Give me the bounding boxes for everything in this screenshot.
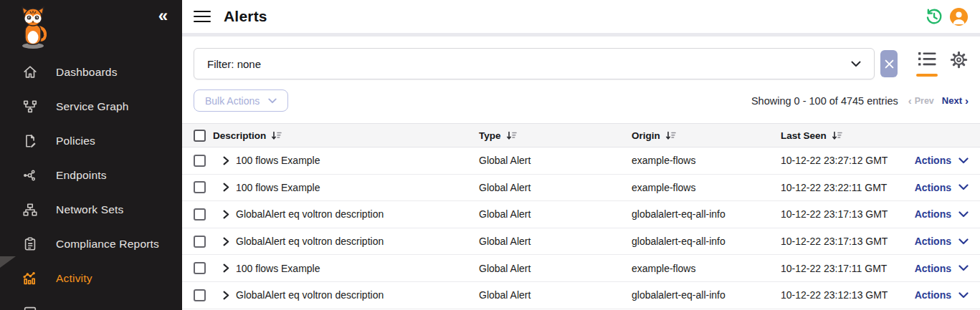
row-actions-button[interactable]: Actions (915, 289, 969, 301)
filter-select[interactable]: Filter: none (194, 48, 875, 79)
column-header-description[interactable]: Description (213, 130, 479, 141)
sidebar-collapse-icon[interactable]: « (158, 7, 168, 24)
row-expand-icon[interactable] (222, 237, 230, 246)
top-bar-actions (924, 7, 969, 26)
row-checkbox[interactable] (194, 208, 206, 221)
app-window: « Dashboards Service Grap (0, 0, 980, 310)
sidebar-item-partial[interactable] (0, 296, 182, 310)
table-header-row: Description Type Origin (182, 123, 980, 147)
compliance-reports-icon (22, 236, 39, 253)
cell-description: 100 flows Example (236, 182, 320, 193)
cell-description: 100 flows Example (236, 263, 320, 274)
column-header-type[interactable]: Type (479, 130, 632, 141)
page-title: Alerts (224, 8, 267, 25)
row-checkbox[interactable] (194, 289, 206, 301)
history-icon[interactable] (924, 7, 943, 26)
table-row: GlobalAlert eq voltron description Globa… (182, 201, 980, 228)
sidebar-item-activity[interactable]: Activity (0, 261, 182, 296)
table-row: 100 flows Example Global Alert example-f… (182, 147, 980, 175)
table-toolbar: Bulk Actions Showing 0 - 100 of 4745 ent… (182, 79, 980, 123)
row-actions-button[interactable]: Actions (915, 155, 969, 166)
actions-label: Actions (915, 236, 951, 247)
cell-last-seen: 10-12-22 23:12:13 GMT (781, 289, 911, 301)
next-page-button[interactable]: Next › (942, 95, 969, 106)
next-label: Next (942, 95, 962, 106)
sidebar: « Dashboards Service Grap (0, 0, 182, 310)
cell-origin: globalalert-eq-all-info (632, 289, 781, 301)
sidebar-item-compliance-reports[interactable]: Compliance Reports (0, 227, 182, 261)
pagination: Showing 0 - 100 of 4745 entries ‹ Prev N… (751, 95, 969, 107)
sidebar-item-label: Service Graph (56, 100, 129, 113)
cell-description: GlobalAlert eq voltron description (236, 289, 384, 301)
list-view-toggle[interactable] (916, 51, 938, 77)
row-expand-icon[interactable] (222, 291, 230, 300)
actions-label: Actions (915, 289, 951, 301)
top-bar: Alerts (182, 0, 980, 33)
cell-last-seen: 10-12-22 23:27:12 GMT (781, 155, 911, 166)
row-actions-button[interactable]: Actions (915, 208, 969, 220)
list-icon (918, 51, 937, 67)
sidebar-item-policies[interactable]: Policies (0, 124, 182, 158)
main-content: Alerts (182, 0, 980, 310)
sidebar-item-network-sets[interactable]: Network Sets (0, 193, 182, 227)
column-header-last-seen[interactable]: Last Seen (781, 130, 911, 141)
prev-page-button[interactable]: ‹ Prev (908, 95, 934, 106)
activity-icon (22, 270, 39, 287)
cell-type: Global Alert (479, 236, 632, 247)
row-checkbox[interactable] (194, 181, 206, 193)
cell-type: Global Alert (479, 182, 632, 193)
gear-icon[interactable] (949, 50, 969, 69)
row-expand-icon[interactable] (222, 210, 230, 219)
row-actions-button[interactable]: Actions (915, 236, 969, 247)
actions-label: Actions (915, 155, 951, 166)
pagination-summary: Showing 0 - 100 of 4745 entries (751, 95, 898, 107)
filter-toolbar: Filter: none (182, 37, 980, 79)
cell-type: Global Alert (479, 289, 632, 301)
sort-icon (832, 131, 842, 140)
alerts-table: Description Type Origin (182, 123, 980, 309)
chevron-down-icon (958, 238, 969, 245)
row-checkbox[interactable] (194, 155, 206, 167)
row-expand-icon[interactable] (222, 263, 230, 273)
chevron-down-icon (958, 184, 969, 190)
active-view-underline (916, 74, 938, 77)
user-avatar[interactable] (949, 7, 969, 26)
row-actions-button[interactable]: Actions (915, 263, 969, 274)
cell-type: Global Alert (479, 155, 632, 166)
sidebar-item-endpoints[interactable]: Endpoints (0, 158, 182, 193)
chevron-left-icon: ‹ (908, 95, 912, 106)
filter-select-value: Filter: none (207, 58, 261, 70)
table-row: 100 flows Example Global Alert example-f… (182, 175, 980, 202)
table-row: GlobalAlert eq voltron description Globa… (182, 282, 980, 309)
table-row: 100 flows Example Global Alert example-f… (182, 255, 980, 282)
sidebar-item-service-graph[interactable]: Service Graph (0, 89, 182, 124)
chevron-right-icon: › (965, 95, 969, 106)
sidebar-item-label: Network Sets (56, 203, 124, 216)
column-label: Type (479, 130, 501, 141)
column-header-origin[interactable]: Origin (632, 130, 781, 141)
cell-description: GlobalAlert eq voltron description (236, 236, 384, 247)
cell-origin: example-flows (632, 182, 781, 193)
cell-type: Global Alert (479, 263, 632, 274)
row-actions-button[interactable]: Actions (915, 182, 969, 193)
menu-icon[interactable] (194, 9, 211, 24)
sidebar-item-label: Compliance Reports (56, 238, 159, 251)
sidebar-item-dashboards[interactable]: Dashboards (0, 55, 182, 89)
row-checkbox[interactable] (194, 236, 206, 248)
bulk-actions-button[interactable]: Bulk Actions (194, 89, 288, 112)
actions-label: Actions (915, 182, 951, 193)
policies-icon (22, 132, 39, 150)
service-graph-icon (22, 98, 39, 115)
sidebar-item-label: Dashboards (56, 66, 118, 79)
cell-description: 100 flows Example (236, 155, 320, 166)
row-expand-icon[interactable] (222, 183, 230, 192)
clear-filter-button[interactable] (880, 50, 898, 77)
table-body: 100 flows Example Global Alert example-f… (182, 147, 980, 309)
bulk-actions-label: Bulk Actions (205, 95, 260, 107)
sidebar-item-label: Policies (56, 135, 95, 147)
row-checkbox[interactable] (194, 262, 206, 274)
cell-origin: globalalert-eq-all-info (632, 236, 781, 247)
row-expand-icon[interactable] (222, 156, 230, 165)
cell-type: Global Alert (479, 208, 632, 220)
select-all-checkbox[interactable] (194, 130, 206, 142)
